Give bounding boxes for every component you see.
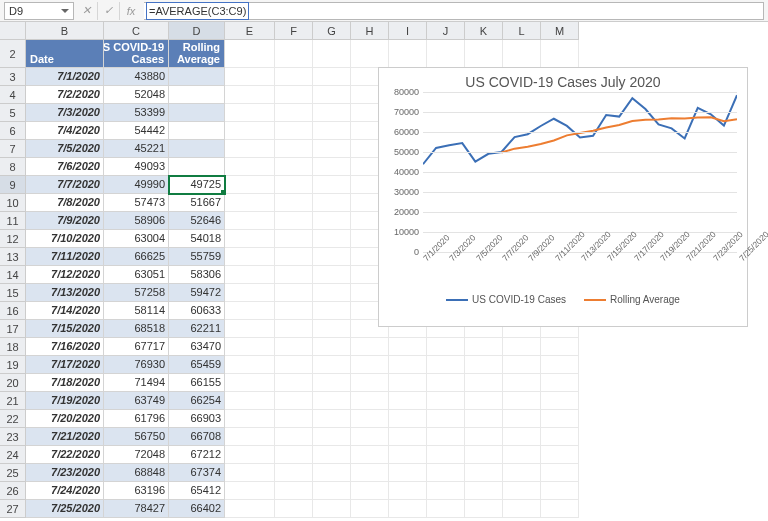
cell-cases[interactable]: 72048 <box>104 446 169 464</box>
cell-date[interactable]: 7/23/2020 <box>26 464 104 482</box>
table-header-cases[interactable]: US COVID-19Cases <box>104 40 169 68</box>
formula-input[interactable]: =AVERAGE(C3:C9) <box>144 2 764 20</box>
empty-cell[interactable] <box>351 338 389 356</box>
empty-cell[interactable] <box>225 446 275 464</box>
column-header-B[interactable]: B <box>26 22 104 39</box>
row-header-9[interactable]: 9 <box>0 176 25 194</box>
empty-cell[interactable] <box>313 464 351 482</box>
empty-cell[interactable] <box>465 428 503 446</box>
empty-cell[interactable] <box>503 356 541 374</box>
row-header-2[interactable]: 2 <box>0 40 25 68</box>
empty-cell[interactable] <box>389 356 427 374</box>
empty-cell[interactable] <box>225 104 275 122</box>
row-header-25[interactable]: 25 <box>0 464 25 482</box>
empty-cell[interactable] <box>275 392 313 410</box>
cell-cases[interactable]: 49990 <box>104 176 169 194</box>
column-header-F[interactable]: F <box>275 22 313 39</box>
cell-cases[interactable]: 76930 <box>104 356 169 374</box>
empty-cell[interactable] <box>351 464 389 482</box>
row-header-22[interactable]: 22 <box>0 410 25 428</box>
empty-cell[interactable] <box>541 464 579 482</box>
column-header-J[interactable]: J <box>427 22 465 39</box>
cell-rolling[interactable]: 67212 <box>169 446 225 464</box>
empty-cell[interactable] <box>541 374 579 392</box>
empty-cell[interactable] <box>225 248 275 266</box>
cell-date[interactable]: 7/17/2020 <box>26 356 104 374</box>
empty-cell[interactable] <box>275 284 313 302</box>
empty-cell[interactable] <box>503 482 541 500</box>
cell-date[interactable]: 7/21/2020 <box>26 428 104 446</box>
chart[interactable]: US COVID-19 Cases July 2020 010000200003… <box>378 67 748 327</box>
empty-cell[interactable] <box>275 410 313 428</box>
empty-cell[interactable] <box>541 446 579 464</box>
cell-rolling[interactable] <box>169 104 225 122</box>
empty-cell[interactable] <box>225 374 275 392</box>
column-header-I[interactable]: I <box>389 22 427 39</box>
empty-cell[interactable] <box>313 68 351 86</box>
cell-cases[interactable]: 57258 <box>104 284 169 302</box>
row-header-20[interactable]: 20 <box>0 374 25 392</box>
empty-cell[interactable] <box>541 428 579 446</box>
cell-cases[interactable]: 58906 <box>104 212 169 230</box>
cell-rolling[interactable]: 58306 <box>169 266 225 284</box>
empty-cell[interactable] <box>503 446 541 464</box>
column-header-H[interactable]: H <box>351 22 389 39</box>
empty-cell[interactable] <box>313 500 351 518</box>
cell-rolling[interactable]: 66402 <box>169 500 225 518</box>
empty-cell[interactable] <box>389 482 427 500</box>
empty-cell[interactable] <box>313 410 351 428</box>
empty-cell[interactable] <box>313 338 351 356</box>
column-header-C[interactable]: C <box>104 22 169 39</box>
empty-cell[interactable] <box>389 446 427 464</box>
row-header-12[interactable]: 12 <box>0 230 25 248</box>
cell-cases[interactable]: 58114 <box>104 302 169 320</box>
empty-cell[interactable] <box>225 212 275 230</box>
empty-cell[interactable] <box>427 374 465 392</box>
empty-cell[interactable] <box>225 194 275 212</box>
empty-cell[interactable] <box>465 392 503 410</box>
cell-date[interactable]: 7/7/2020 <box>26 176 104 194</box>
empty-cell[interactable] <box>503 464 541 482</box>
empty-cell[interactable] <box>275 446 313 464</box>
cell-cases[interactable]: 63196 <box>104 482 169 500</box>
cell-cases[interactable]: 57473 <box>104 194 169 212</box>
empty-cell[interactable] <box>275 356 313 374</box>
cell-cases[interactable]: 53399 <box>104 104 169 122</box>
cell-date[interactable]: 7/2/2020 <box>26 86 104 104</box>
cell-cases[interactable]: 68848 <box>104 464 169 482</box>
cell-cases[interactable]: 52048 <box>104 86 169 104</box>
empty-cell[interactable] <box>225 320 275 338</box>
cell-rolling[interactable]: 55759 <box>169 248 225 266</box>
empty-cell[interactable] <box>465 482 503 500</box>
empty-cell[interactable] <box>275 482 313 500</box>
empty-cell[interactable] <box>427 428 465 446</box>
cell-date[interactable]: 7/25/2020 <box>26 500 104 518</box>
cell-date[interactable]: 7/24/2020 <box>26 482 104 500</box>
row-header-18[interactable]: 18 <box>0 338 25 356</box>
empty-cell[interactable] <box>427 392 465 410</box>
table-header-date[interactable]: Date <box>26 40 104 68</box>
empty-cell[interactable] <box>427 464 465 482</box>
empty-cell[interactable] <box>465 500 503 518</box>
cell-date[interactable]: 7/20/2020 <box>26 410 104 428</box>
cell-rolling[interactable] <box>169 86 225 104</box>
empty-cell[interactable] <box>275 40 313 68</box>
empty-cell[interactable] <box>541 356 579 374</box>
empty-cell[interactable] <box>313 104 351 122</box>
empty-cell[interactable] <box>427 500 465 518</box>
cell-date[interactable]: 7/8/2020 <box>26 194 104 212</box>
select-all-corner[interactable] <box>0 22 26 40</box>
empty-cell[interactable] <box>313 320 351 338</box>
cell-date[interactable]: 7/14/2020 <box>26 302 104 320</box>
confirm-icon[interactable]: ✓ <box>98 2 120 20</box>
column-header-M[interactable]: M <box>541 22 579 39</box>
cell-rolling[interactable]: 54018 <box>169 230 225 248</box>
row-header-19[interactable]: 19 <box>0 356 25 374</box>
row-header-11[interactable]: 11 <box>0 212 25 230</box>
empty-cell[interactable] <box>225 158 275 176</box>
empty-cell[interactable] <box>275 86 313 104</box>
column-header-K[interactable]: K <box>465 22 503 39</box>
cell-date[interactable]: 7/19/2020 <box>26 392 104 410</box>
empty-cell[interactable] <box>275 194 313 212</box>
cell-date[interactable]: 7/9/2020 <box>26 212 104 230</box>
